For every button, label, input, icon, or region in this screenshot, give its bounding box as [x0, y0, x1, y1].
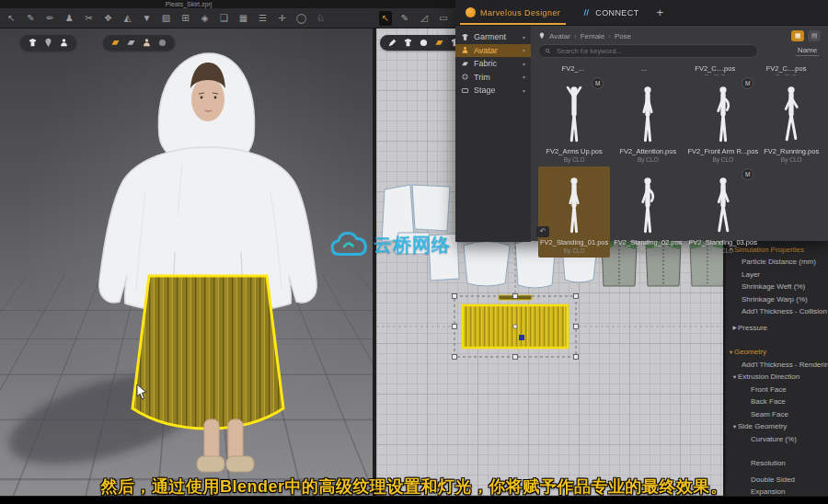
sidebar-item-avatar[interactable]: Avatar▾ — [455, 44, 531, 58]
sewing-tool-icon[interactable]: ❖ — [102, 10, 114, 27]
pin-mode-icon[interactable] — [43, 38, 53, 48]
library-tabbar: Marvelous Designer CONNECT + — [455, 0, 828, 26]
breadcrumb-item[interactable]: Pose — [615, 32, 631, 40]
grid-view-toggle[interactable]: ▦ — [791, 30, 804, 41]
show-avatar-icon[interactable] — [59, 38, 69, 48]
transform-tool-icon[interactable]: ↖ — [379, 11, 392, 26]
pose-card[interactable]: M FV2_Arms Up.pos By CLO — [538, 75, 610, 166]
avatar-skin-icon[interactable] — [142, 38, 152, 48]
pose-card-partial[interactable]: FV2_C....posBy CLO — [752, 62, 821, 75]
toolbar-3d: ↖✎✏♟✂❖◭▼▧⊞◈❏▦☰✛◯♘ — [6, 8, 327, 28]
display-pill-left — [20, 35, 76, 51]
library-popup: Marvelous Designer CONNECT + Garment▾ Av… — [455, 0, 828, 241]
property-row[interactable]: Front Face — [726, 384, 828, 396]
sidebar-item-trim[interactable]: Trim▾ — [455, 71, 531, 85]
library-sidebar: Garment▾ Avatar▾ Fabric▾ Trim▾ Stage▾ — [455, 26, 531, 242]
watermark: 云桥网络 — [329, 228, 451, 261]
property-row[interactable]: Shrinkage Weft (%) — [726, 281, 828, 293]
location-pin-icon — [538, 32, 546, 40]
property-row[interactable]: Layer — [726, 269, 828, 281]
chevron-down-icon: ▾ — [523, 47, 525, 53]
expand-arrow-icon: ▼ — [731, 424, 738, 430]
show-garment-icon[interactable] — [28, 38, 38, 48]
pose-thumbnail — [540, 169, 608, 235]
chevron-down-icon: ▾ — [523, 61, 525, 67]
breadcrumb: Avatar›Female›Pose — [538, 30, 821, 41]
pose-card-partial[interactable]: FV2_... — [538, 62, 607, 75]
tab-connect[interactable]: CONNECT — [570, 0, 649, 25]
garment-tool-icon[interactable]: ▼ — [141, 10, 153, 27]
search-input[interactable] — [555, 46, 724, 56]
layer-tool-icon[interactable]: ❏ — [218, 10, 230, 27]
back-button[interactable]: ↶ — [536, 226, 549, 237]
pose-card[interactable]: M FV2_Front Arm R...pos By CLO — [685, 75, 760, 166]
fold-tool-icon[interactable]: ◭ — [121, 10, 133, 27]
marvelous-designer-logo-icon — [466, 7, 476, 17]
property-row[interactable]: Shrinkage Warp (%) — [726, 293, 828, 306]
search-box[interactable] — [538, 44, 758, 58]
watermark-text: 云桥网络 — [374, 233, 451, 258]
fabric-swatch-icon[interactable] — [434, 38, 444, 48]
avatar-tool-icon[interactable]: ♟ — [63, 10, 75, 27]
property-row[interactable]: ▼Geometry — [726, 346, 828, 359]
sidebar-item-stage[interactable]: Stage▾ — [455, 84, 531, 97]
library-body: Garment▾ Avatar▾ Fabric▾ Trim▾ Stage▾ Av… — [455, 26, 828, 242]
fabric-thin-icon[interactable] — [126, 38, 136, 48]
pose-card[interactable]: FV2_Standing_02.pos By CLO — [612, 166, 684, 258]
breadcrumb-item[interactable]: Female — [581, 32, 605, 40]
property-row[interactable]: ▶Pressure — [726, 322, 828, 335]
sidebar-item-fabric[interactable]: Fabric▾ — [455, 57, 531, 71]
property-row[interactable]: Seam Face — [726, 408, 828, 421]
pose-tool-icon[interactable]: ♘ — [315, 10, 327, 27]
brush-tool-icon[interactable]: ✏ — [44, 10, 56, 27]
pill-toolbar-2d — [380, 35, 467, 51]
sort-by-name[interactable]: Name — [796, 46, 819, 56]
property-row[interactable]: Add'l Thickness - Rendering (m — [726, 359, 828, 372]
property-row[interactable]: ▼Side Geometry — [726, 420, 828, 433]
pose-card-partial[interactable]: FV2_C....posBy CLO — [681, 62, 750, 75]
pose-grid-partial-row: FV2_......FV2_C....posBy CLOFV2_C....pos… — [538, 62, 821, 75]
sidebar-item-garment[interactable]: Garment▾ — [455, 30, 531, 44]
expand-arrow-icon: ▶ — [731, 325, 738, 330]
pose-card[interactable]: M FV2_Standing_03.pos By CLO — [685, 166, 760, 258]
property-row[interactable]: Resolution — [726, 457, 828, 470]
texture-tool-icon[interactable]: ▦ — [237, 10, 249, 27]
pattern-tool-icon[interactable]: ▧ — [160, 10, 172, 27]
show-pattern-icon[interactable] — [403, 38, 413, 48]
pose-card[interactable]: FV2_Attention.pos By CLO — [612, 75, 684, 166]
tab-marvelous-designer[interactable]: Marvelous Designer — [455, 0, 570, 25]
pose-card[interactable]: FV2_Standing_01.pos By CLO — [538, 166, 610, 258]
new-tab-button[interactable]: + — [657, 6, 664, 19]
measure-tool-icon[interactable]: ✛ — [276, 10, 288, 27]
orbit-tool-icon[interactable]: ◯ — [295, 10, 307, 27]
needle-tool-icon[interactable] — [387, 38, 397, 48]
scissors-tool-icon[interactable]: ✂ — [83, 10, 95, 27]
pose-card-partial[interactable]: ... — [609, 62, 678, 75]
sphere-icon[interactable] — [419, 38, 429, 48]
sphere-view-icon[interactable] — [157, 38, 167, 48]
grid-tool-icon[interactable]: ⊞ — [179, 10, 191, 27]
list-view-toggle[interactable]: ▤ — [808, 30, 821, 41]
breadcrumb-items[interactable]: Avatar›Female›Pose — [549, 32, 635, 40]
view-toggles: ▦ ▤ — [791, 30, 821, 41]
display-pill-right — [103, 35, 175, 51]
viewport-3d[interactable] — [0, 28, 373, 496]
chevron-down-icon: ▾ — [523, 34, 525, 40]
pen-tool-icon[interactable]: ✎ — [25, 10, 37, 27]
edit-curve-icon[interactable]: ◿ — [418, 11, 431, 26]
property-row[interactable]: Back Face — [726, 395, 828, 408]
rectangle-tool-icon[interactable]: ▭ — [437, 11, 450, 26]
property-row[interactable]: Curvature (%) — [726, 433, 828, 446]
select-tool-icon[interactable]: ↖ — [6, 10, 17, 27]
property-row[interactable]: Particle Distance (mm) — [726, 256, 828, 269]
menu-tool-icon[interactable]: ☰ — [257, 10, 269, 27]
edit-pattern-icon[interactable]: ✎ — [398, 11, 411, 26]
property-row[interactable]: Add'l Thickness - Collision (mm — [726, 305, 828, 318]
breadcrumb-item[interactable]: Avatar — [549, 32, 570, 40]
pin-tool-icon[interactable]: ◈ — [199, 10, 211, 27]
fabric-thick-icon[interactable] — [110, 38, 121, 48]
chevron-down-icon: ▾ — [523, 87, 525, 94]
property-row[interactable]: ▼Extrusion Direction — [726, 371, 828, 384]
pose-card[interactable]: FV2_Running.pos By CLO — [762, 75, 821, 166]
bottom-black-bar — [0, 497, 828, 504]
